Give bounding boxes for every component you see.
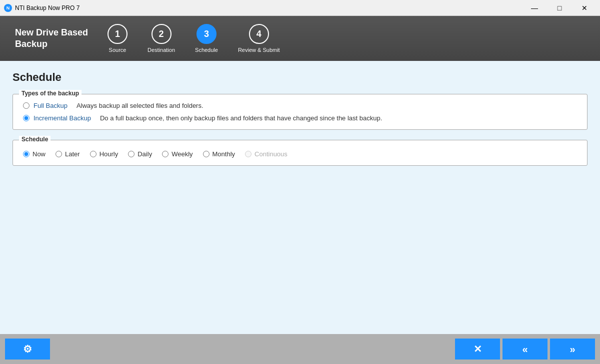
step-circle-2: 2 [152,24,172,44]
title-bar-left: N NTI Backup Now PRO 7 [4,4,80,12]
cancel-button[interactable]: ✕ [455,339,500,360]
schedule-option-daily: Daily [128,150,152,158]
wizard-step-destination[interactable]: 2 Destination [148,24,175,53]
step-circle-4: 4 [249,24,269,44]
schedule-option-now: Now [23,150,46,158]
schedule-monthly-label[interactable]: Monthly [212,150,236,158]
close-button[interactable]: ✕ [573,0,596,16]
schedule-weekly-label[interactable]: Weekly [172,150,192,158]
step-label-4: Review & Submit [238,47,280,53]
wizard-step-source[interactable]: 1 Source [108,24,128,53]
backup-types-legend: Types of the backup [19,90,82,97]
schedule-weekly-radio[interactable] [162,151,168,157]
incremental-backup-row: Incremental Backup Do a full backup once… [23,114,577,122]
schedule-hourly-radio[interactable] [90,151,96,157]
step-circle-3: 3 [196,24,216,44]
step-label-1: Source [109,47,126,53]
schedule-options: Now Later Hourly Daily Weekly [23,148,577,158]
next-icon: » [570,344,575,355]
schedule-option-weekly: Weekly [162,150,192,158]
content-area: Schedule Types of the backup Full Backup… [0,61,600,334]
title-bar: N NTI Backup Now PRO 7 — □ ✕ [0,0,600,16]
incremental-backup-desc: Do a full backup once, then only backup … [100,114,382,122]
settings-icon: ⚙ [23,343,32,355]
incremental-backup-label[interactable]: Incremental Backup [34,114,91,122]
minimize-button[interactable]: — [523,0,546,16]
title-bar-controls: — □ ✕ [523,0,596,16]
cancel-icon: ✕ [474,343,482,355]
app-icon-letter: N [6,5,10,10]
full-backup-row: Full Backup Always backup all selected f… [23,102,577,109]
schedule-later-radio[interactable] [56,151,62,157]
schedule-daily-label[interactable]: Daily [138,150,152,158]
back-button[interactable]: « [502,339,548,360]
schedule-daily-radio[interactable] [128,151,134,157]
maximize-button[interactable]: □ [548,0,571,16]
wizard-header: New Drive BasedBackup 1 Source 2 Destina… [0,16,600,61]
wizard-title: New Drive BasedBackup [15,27,108,50]
next-button[interactable]: » [550,339,595,360]
full-backup-desc: Always backup all selected files and fol… [76,102,204,109]
wizard-step-schedule[interactable]: 3 Schedule [195,24,218,53]
full-backup-radio[interactable] [23,102,30,109]
schedule-group: Schedule Now Later Hourly Daily [12,140,588,166]
backup-types-group: Types of the backup Full Backup Always b… [12,94,588,130]
footer-left: ⚙ [5,339,50,360]
step-label-3: Schedule [195,47,218,53]
main-window: N NTI Backup Now PRO 7 — □ ✕ New Drive B… [0,0,600,364]
wizard-steps: 1 Source 2 Destination 3 Schedule 4 Revi… [108,24,280,53]
footer-right: ✕ « » [455,339,595,360]
step-label-2: Destination [148,47,175,53]
schedule-option-hourly: Hourly [90,150,118,158]
back-icon: « [522,344,528,355]
full-backup-label[interactable]: Full Backup [34,102,68,109]
schedule-legend: Schedule [19,136,50,143]
schedule-monthly-radio[interactable] [203,151,210,157]
settings-button[interactable]: ⚙ [5,339,50,360]
step-circle-1: 1 [108,24,128,44]
wizard-step-review[interactable]: 4 Review & Submit [238,24,280,53]
schedule-option-monthly: Monthly [203,150,236,158]
schedule-now-radio[interactable] [23,151,30,157]
footer: ⚙ ✕ « » [0,334,600,364]
app-title: NTI Backup Now PRO 7 [15,4,80,11]
app-icon: N [4,4,12,12]
schedule-continuous-label: Continuous [254,150,288,158]
schedule-option-later: Later [56,150,80,158]
incremental-backup-radio[interactable] [23,115,30,121]
schedule-now-label[interactable]: Now [32,150,46,158]
schedule-hourly-label[interactable]: Hourly [100,150,118,158]
schedule-later-label[interactable]: Later [65,150,80,158]
page-title: Schedule [12,71,588,84]
schedule-continuous-radio[interactable] [245,151,252,157]
schedule-option-continuous: Continuous [245,150,288,158]
